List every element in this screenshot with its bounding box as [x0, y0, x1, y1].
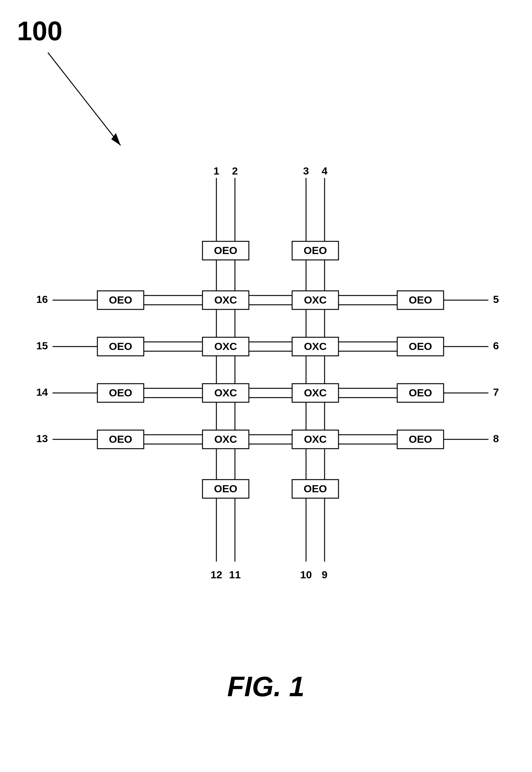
oeo-label: OEO: [109, 340, 132, 352]
oeo-label: OEO: [214, 245, 237, 256]
port-label-6: 6: [493, 340, 499, 352]
port-label-2: 2: [232, 165, 238, 177]
oeo-label: OEO: [109, 433, 132, 445]
oeo-label: OEO: [304, 483, 327, 494]
oxc-label: OXC: [304, 294, 327, 306]
oxc-label: OXC: [304, 340, 327, 352]
oxc-label: OXC: [304, 433, 327, 445]
oeo-label: OEO: [109, 294, 132, 306]
oeo-label: OEO: [409, 387, 432, 399]
port-label-5: 5: [493, 293, 499, 305]
figure-title: FIG. 1: [227, 671, 304, 702]
port-label-8: 8: [493, 433, 499, 444]
diagram-canvas: 100 1 2 3 4 OEO OEO 16 OEO OXC OXC OEO 5…: [0, 0, 532, 772]
port-label-14: 14: [36, 386, 48, 398]
oeo-label: OEO: [409, 294, 432, 306]
oeo-label: OEO: [109, 387, 132, 399]
port-label-10: 10: [300, 569, 312, 581]
oxc-label: OXC: [214, 433, 237, 445]
oxc-label: OXC: [214, 387, 237, 399]
oeo-label: OEO: [409, 340, 432, 352]
port-label-11: 11: [229, 569, 241, 581]
port-label-1: 1: [214, 165, 219, 177]
reference-number: 100: [17, 15, 62, 46]
port-label-15: 15: [36, 340, 48, 352]
oxc-label: OXC: [214, 294, 237, 306]
arrow-shaft: [48, 53, 121, 145]
port-label-9: 9: [322, 569, 328, 581]
port-label-3: 3: [303, 165, 309, 177]
port-label-7: 7: [493, 386, 499, 398]
port-label-16: 16: [36, 293, 48, 305]
oeo-label: OEO: [304, 245, 327, 256]
oeo-label: OEO: [214, 483, 237, 494]
oxc-label: OXC: [304, 387, 327, 399]
oeo-label: OEO: [409, 433, 432, 445]
port-label-13: 13: [36, 433, 48, 444]
port-label-4: 4: [322, 165, 328, 177]
oxc-label: OXC: [214, 340, 237, 352]
port-label-12: 12: [211, 569, 222, 581]
